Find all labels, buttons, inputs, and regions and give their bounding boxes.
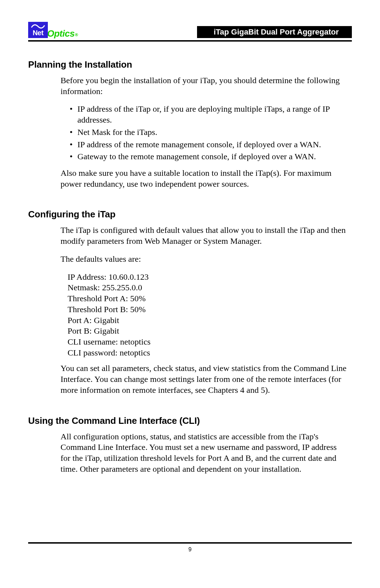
default-threshold-a: Threshold Port A: 50% — [68, 293, 352, 304]
planning-bullets: IP address of the iTap or, if you are de… — [70, 104, 348, 162]
default-ip: IP Address: 10.60.0.123 — [68, 272, 352, 283]
page-number: 9 — [28, 546, 352, 553]
defaults-block: IP Address: 10.60.0.123 Netmask: 255.255… — [68, 272, 352, 358]
cli-intro: All configuration options, status, and s… — [61, 431, 348, 475]
logo-mark: Net — [28, 22, 48, 38]
heading-planning: Planning the Installation — [28, 59, 352, 70]
footer-rule — [28, 542, 352, 544]
product-title: iTap GigaBit Dual Port Aggregator — [197, 26, 352, 38]
heading-configuring: Configuring the iTap — [28, 209, 352, 220]
page-content: Planning the Installation Before you beg… — [28, 42, 352, 474]
defaults-label: The defaults values are: — [61, 254, 348, 265]
default-port-a: Port A: Gigabit — [68, 315, 352, 326]
page-footer: 9 — [28, 542, 352, 553]
planning-after: Also make sure you have a suitable locat… — [61, 168, 348, 189]
configuring-after: You can set all parameters, check status… — [61, 363, 348, 395]
list-item: Gateway to the remote management console… — [70, 151, 348, 162]
brand-logo: Net Optics ® — [28, 22, 78, 38]
default-netmask: Netmask: 255.255.0.0 — [68, 282, 352, 293]
default-threshold-b: Threshold Port B: 50% — [68, 304, 352, 315]
list-item: IP address of the iTap or, if you are de… — [70, 104, 348, 125]
planning-intro: Before you begin the installation of you… — [61, 75, 348, 97]
logo-registered-icon: ® — [75, 32, 78, 37]
logo-optics-text: Optics — [47, 29, 75, 38]
heading-cli: Using the Command Line Interface (CLI) — [28, 415, 352, 426]
list-item: IP address of the remote management cons… — [70, 139, 348, 150]
wave-icon — [31, 24, 45, 30]
default-cli-pass: CLI password: netoptics — [68, 347, 352, 358]
default-port-b: Port B: Gigabit — [68, 326, 352, 336]
list-item: Net Mask for the iTaps. — [70, 127, 348, 138]
page-header: Net Optics ® iTap GigaBit Dual Port Aggr… — [28, 22, 352, 38]
logo-net-text: Net — [33, 29, 44, 36]
configuring-intro: The iTap is configured with default valu… — [61, 225, 348, 246]
default-cli-user: CLI username: netoptics — [68, 336, 352, 347]
